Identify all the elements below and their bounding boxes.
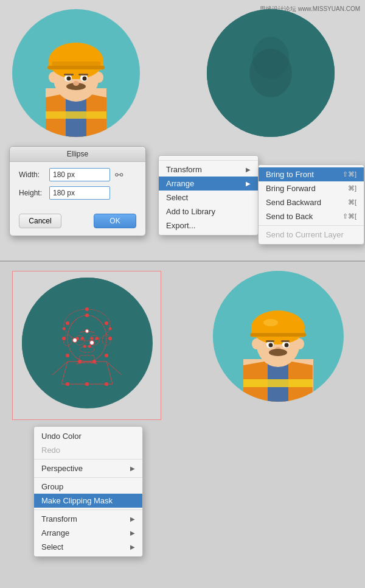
svg-point-83 (269, 343, 273, 348)
submenu-arrow: ▶ (130, 544, 135, 550)
svg-point-62 (109, 327, 112, 331)
svg-point-15 (67, 77, 71, 81)
menu-item-label: Transform (41, 514, 77, 523)
svg-point-63 (85, 307, 89, 311)
context-menu-item-4[interactable]: Export... (159, 219, 258, 233)
svg-point-88 (269, 349, 287, 356)
context-menu-top: Transform▶Arrange▶SelectAdd to LibraryEx… (158, 155, 259, 236)
svg-point-8 (95, 72, 103, 83)
svg-rect-18 (78, 74, 88, 75)
svg-point-76 (296, 338, 304, 349)
chain-icon: ⚯ (115, 169, 123, 181)
menu-item-label: Select (41, 542, 63, 551)
svg-point-52 (85, 382, 89, 386)
svg-point-60 (88, 345, 91, 348)
ellipse-dialog: Ellipse Width: ⚯ Height: Cancel OK (9, 146, 146, 236)
context-menu-bottom-item-8[interactable]: Transform▶ (34, 512, 142, 526)
svg-point-59 (83, 345, 86, 348)
context-menu-item-0[interactable]: Transform▶ (159, 163, 258, 177)
svg-point-65 (90, 341, 94, 345)
svg-rect-3 (46, 111, 106, 119)
context-menu-bottom-item-1: Redo (34, 443, 142, 457)
context-menu-bottom-item-9[interactable]: Arrange▶ (34, 526, 142, 540)
context-menu-item-2[interactable]: Select (159, 191, 258, 205)
context-menu-bottom-item-3[interactable]: Perspective▶ (34, 461, 142, 475)
ok-button[interactable]: OK (94, 214, 136, 228)
svg-point-66 (85, 329, 89, 333)
top-section: 思缘设计论坛 www.MISSYUAN.COM (0, 0, 365, 262)
svg-point-50 (78, 360, 82, 363)
context-menu-bottom-item-0[interactable]: Undo Color (34, 429, 142, 443)
svg-point-9 (49, 43, 103, 79)
svg-point-16 (83, 77, 87, 81)
svg-point-75 (252, 338, 260, 349)
svg-point-84 (285, 343, 289, 348)
submenu-item-1[interactable]: Bring Forward⌘] (259, 181, 364, 195)
context-menu-bottom-item-6[interactable]: Make Clipping Mask (34, 494, 142, 508)
cancel-button[interactable]: Cancel (19, 214, 61, 228)
menu-separator-7 (34, 509, 142, 510)
width-label: Width: (19, 170, 49, 179)
svg-point-61 (63, 327, 66, 331)
submenu-label: Send Backward (266, 198, 321, 207)
menu-item-label: Group (41, 482, 63, 491)
svg-rect-12 (52, 61, 100, 66)
submenu-item-2[interactable]: Send Backward⌘[ (259, 195, 364, 209)
svg-rect-86 (281, 340, 290, 342)
submenu-label: Send to Back (266, 212, 313, 221)
height-label: Height: (19, 189, 49, 197)
width-input[interactable] (49, 168, 110, 181)
svg-rect-17 (64, 74, 74, 75)
svg-point-49 (105, 354, 108, 357)
context-menu-item-1[interactable]: Arrange▶ (159, 177, 258, 191)
menu-separator-4 (34, 477, 142, 478)
svg-point-20 (73, 81, 79, 86)
context-menu-item-3[interactable]: Add to Library (159, 205, 258, 219)
submenu-label: Send to Current Layer (266, 230, 344, 239)
svg-rect-85 (266, 340, 274, 342)
shortcut: ⌘[ (348, 198, 356, 206)
worker-illustration-left (12, 9, 140, 137)
submenu-arrow: ▶ (246, 166, 251, 173)
worker-clipping-svg (22, 278, 153, 408)
submenu-arrow: ▶ (130, 465, 135, 472)
context-menu-bottom-item-5[interactable]: Group (34, 480, 142, 494)
menu-item-label: Redo (41, 446, 60, 455)
svg-point-44 (66, 321, 69, 325)
svg-point-45 (105, 321, 108, 325)
svg-point-43 (85, 313, 89, 317)
svg-point-64 (73, 338, 77, 343)
submenu-item-0[interactable]: Bring to Front⇧⌘] (259, 167, 364, 181)
menu-item-label: Perspective (41, 464, 83, 473)
svg-point-7 (49, 72, 57, 83)
context-menu-bottom-item-10[interactable]: Select▶ (34, 540, 142, 554)
svg-rect-71 (243, 379, 313, 387)
worker-outline-right (207, 9, 335, 137)
submenu-item-4: Send to Current Layer (259, 228, 364, 242)
svg-point-57 (91, 337, 94, 340)
height-input[interactable] (49, 186, 110, 200)
svg-point-53 (66, 382, 69, 386)
svg-point-46 (62, 337, 66, 340)
menu-item-label: Add to Library (166, 207, 215, 216)
worker-circle-done (213, 271, 344, 402)
menu-separator-2 (34, 459, 142, 460)
worker-circle-right (207, 9, 335, 137)
submenu-label: Bring Forward (266, 184, 316, 193)
submenu-arrow: ▶ (246, 180, 251, 187)
menu-item-label: Export... (166, 221, 195, 230)
submenu-item-3[interactable]: Send to Back⇧⌘[ (259, 209, 364, 223)
shortcut: ⇧⌘] (342, 170, 356, 178)
svg-point-47 (108, 337, 112, 340)
menu-separator (159, 160, 258, 161)
worker-circle-clipping (22, 278, 153, 408)
svg-point-51 (92, 360, 96, 363)
menu-item-label: Select (166, 193, 188, 202)
ellipse-dialog-title: Ellipse (10, 147, 145, 162)
menu-item-label: Make Clipping Mask (41, 496, 113, 505)
context-menu-bottom: Undo ColorRedoPerspective▶GroupMake Clip… (33, 426, 143, 557)
menu-item-label: Arrange (166, 179, 194, 188)
menu-item-label: Arrange (41, 528, 69, 537)
worker-done-svg (213, 271, 344, 402)
shortcut: ⇧⌘[ (342, 212, 356, 220)
